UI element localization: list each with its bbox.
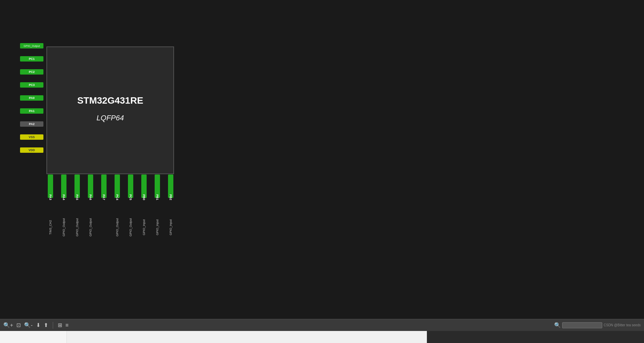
main-content: 🔍 ▼ ⚙ Categories A->Z System Core › Anal… [0,55,644,343]
watermark-text: CSDN @Bitter tea seeds [604,323,641,327]
chip-container: GPIO_Output GPIO_Output GPIO_Output GPIO… [427,55,644,331]
toolbar-search: 🔍 CSDN @Bitter tea seeds [554,322,641,328]
bottom-toolbar: 🔍+ ⊡ 🔍- ⬇ ⬆ ⊞ ≡ 🔍 CSDN @Bitter tea seeds [427,319,644,331]
toolbar-search-input[interactable] [562,322,602,328]
search-toolbar-icon: 🔍 [554,322,561,328]
right-panel: ⊙ ⊙ Pinout view ≡ ≡ System view GPIO_Out… [427,55,644,343]
